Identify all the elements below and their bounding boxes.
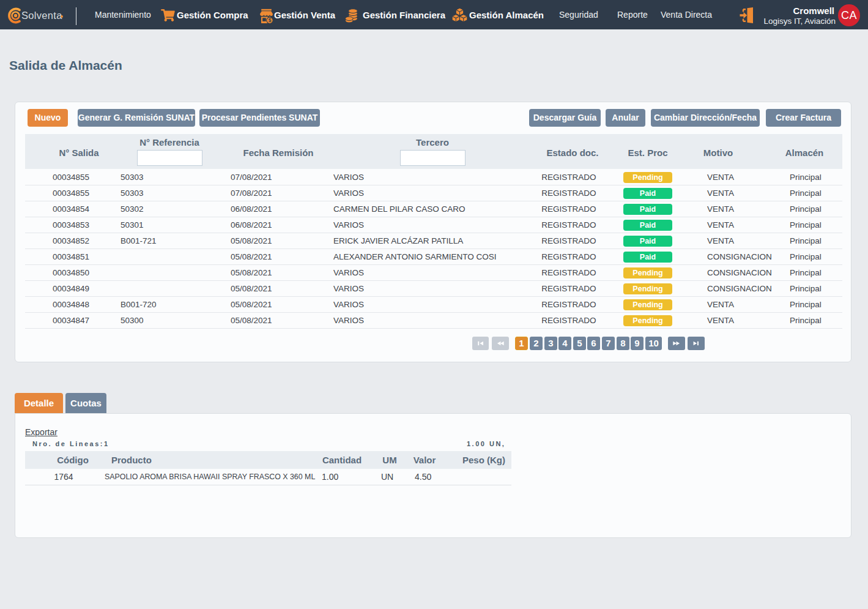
svg-text:$: $ — [269, 17, 272, 23]
